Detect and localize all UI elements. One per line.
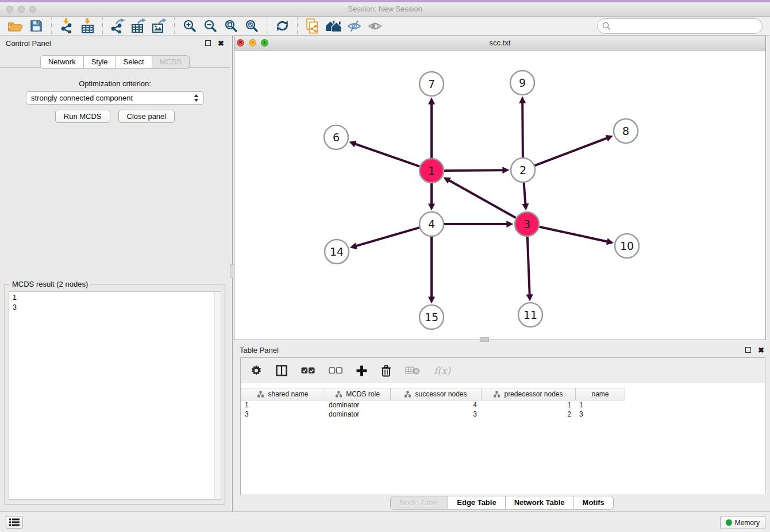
column-header-name[interactable]: name [576,388,625,400]
table-cell: 4 [390,400,481,410]
tab-mcds[interactable]: MCDS [152,55,190,69]
import-table-button[interactable] [77,17,98,34]
zoom-selected-button[interactable] [241,17,262,34]
clone-network-icon [306,18,319,34]
mcds-result-text: 1 3 [9,292,221,314]
edge-4-14[interactable] [356,228,419,246]
export-network-icon [110,18,125,33]
edge-1-6[interactable] [355,144,419,167]
save-session-button[interactable] [26,17,47,34]
clone-network-button[interactable] [302,17,323,34]
tab-network[interactable]: Network [40,55,84,69]
show-columns-button[interactable] [276,365,287,376]
refresh-view-button[interactable] [272,17,292,34]
optimization-criterion-select[interactable]: strongly connected component [26,91,204,105]
table-settings-button[interactable] [251,365,262,376]
export-image-button[interactable] [149,17,170,34]
search-icon [602,22,611,30]
zoom-in-icon [183,19,197,33]
home-button[interactable] [323,17,344,34]
toolbar-separator [51,18,52,34]
run-mcds-button[interactable]: Run MCDS [55,110,110,123]
tab-edge-table[interactable]: Edge Table [448,496,505,510]
node-label-7: 7 [428,78,435,90]
edge-3-11[interactable] [528,237,530,295]
close-panel-button[interactable]: Close panel [118,110,175,123]
edge-2-8[interactable] [535,138,607,165]
table-panel-tabs: Node TableEdge TableNetwork TableMotifs [234,496,770,510]
memory-button[interactable]: Memory [720,516,765,529]
float-table-panel-icon[interactable] [745,347,751,353]
column-header-successor-nodes[interactable]: successor nodes [391,388,482,400]
fx-icon: f(x) [434,365,451,376]
tab-motifs[interactable]: Motifs [574,496,614,510]
import-network-button[interactable] [56,17,77,34]
tab-node-table[interactable]: Node Table [390,496,448,510]
memory-status-icon [726,519,732,526]
delete-row-button[interactable] [381,365,391,377]
close-table-panel-icon[interactable]: ✖ [758,346,764,354]
column-header-mcds-role[interactable]: MCDS role [325,388,391,400]
table-panel-title: Table Panel [240,346,279,354]
result-scrollbar[interactable] [214,292,221,499]
network-frame-titlebar[interactable]: ✕ – + scc.txt [234,36,765,51]
node-label-1: 1 [428,164,435,177]
optimization-criterion-label: Optimization criterion: [0,79,230,88]
import-table-icon [81,18,94,33]
zoom-in-button[interactable] [179,17,200,34]
edge-3-10[interactable] [540,227,607,242]
zoom-out-button[interactable] [200,17,221,34]
unselect-all-icon [329,367,342,375]
mcds-result-area[interactable]: 1 3 [9,291,221,500]
list-icon [9,518,20,526]
delete-table-button[interactable] [405,366,420,375]
add-row-button[interactable] [356,365,367,376]
function-builder-button[interactable]: f(x) [434,365,451,376]
export-image-icon [152,18,167,33]
edge-1-2[interactable] [444,170,503,171]
columns-icon [276,365,287,376]
network-graph[interactable]: 7968124314101511 [234,51,767,340]
search-input[interactable] [614,20,762,32]
horizontal-splitter-handle[interactable] [480,337,489,342]
node-label-6: 6 [333,131,340,144]
table-cell: 3 [241,410,325,419]
toolbar-separator [174,18,175,34]
export-table-button[interactable] [128,17,149,34]
column-label-shared-name: shared name [268,390,308,398]
tab-network-table[interactable]: Network Table [506,496,574,510]
table-toolbar: f(x) [241,358,765,383]
trash-icon [381,365,391,377]
zoom-fit-icon [224,19,238,33]
table-row[interactable]: 1dominator411 [241,400,765,410]
close-panel-icon[interactable]: ✖ [218,40,224,47]
edge-2-9[interactable] [522,103,523,157]
unselect-all-button[interactable] [329,367,342,375]
control-panel-title: Control Panel [6,39,51,48]
node-label-4: 4 [428,218,435,230]
node-label-3: 3 [523,218,530,230]
export-table-icon [131,18,146,33]
tab-select[interactable]: Select [116,55,152,69]
edge-2-3[interactable] [524,183,526,204]
home-icon [325,20,342,32]
tab-style[interactable]: Style [84,55,116,69]
table-row[interactable]: 3dominator323 [241,410,765,419]
float-panel-icon[interactable] [205,40,211,46]
control-panel-tabs: NetworkStyleSelectMCDS [0,55,230,69]
mcds-result-title: MCDS result (2 nodes) [10,280,90,288]
task-history-button[interactable] [6,516,23,529]
column-header-predecessor-nodes[interactable]: predecessor nodes [482,388,576,400]
column-header-shared-name[interactable]: shared name [241,388,325,400]
export-network-button[interactable] [107,17,128,34]
zoom-fit-button[interactable] [221,17,241,34]
toolbar-separator [102,18,103,34]
search-field[interactable] [597,18,763,34]
select-all-button[interactable] [301,367,315,375]
table-header-row: shared nameMCDS rolesuccessor nodesprede… [241,388,625,400]
hide-graphics-button[interactable] [344,17,364,34]
show-graphics-button[interactable] [364,17,385,34]
open-session-button[interactable] [5,17,26,34]
edge-3-1[interactable] [449,180,516,218]
network-canvas[interactable]: 7968124314101511 [234,51,765,340]
